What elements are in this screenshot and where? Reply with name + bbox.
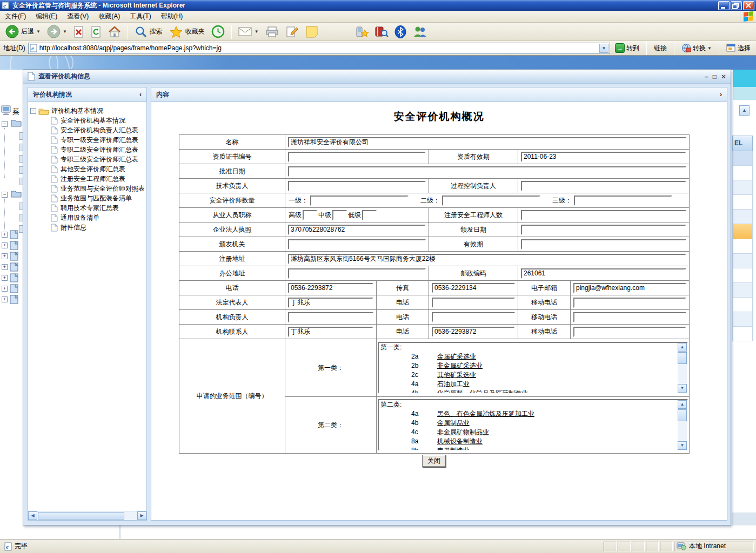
list-item[interactable]: 4a石油加工业: [379, 380, 677, 389]
menu-help[interactable]: 帮助(H): [156, 10, 188, 23]
tech-head-input[interactable]: [288, 181, 426, 191]
tree-expand-icon[interactable]: +: [2, 296, 8, 302]
menu-edit[interactable]: 编辑(E): [31, 10, 62, 23]
office-addr-input[interactable]: [288, 268, 426, 279]
close-button[interactable]: [743, 1, 754, 10]
address-input[interactable]: [39, 44, 597, 52]
scroll-down-button[interactable]: ▼: [678, 384, 687, 393]
issue-org-input[interactable]: [288, 239, 426, 249]
dialog-maximize-button[interactable]: □: [713, 73, 717, 80]
list-item[interactable]: 8a机械设备制造业: [379, 437, 677, 446]
tree-item[interactable]: 业务范围与匹配装备清单: [51, 193, 146, 203]
engineer-count-input[interactable]: [521, 210, 686, 220]
scroll-up-button[interactable]: ▲: [678, 400, 687, 409]
mail-button[interactable]: ▼: [236, 25, 261, 38]
address-dropdown-icon[interactable]: ▼: [599, 44, 608, 53]
history-button[interactable]: [209, 24, 227, 39]
list-item[interactable]: 4c非金属矿物制品业: [379, 428, 677, 437]
tree-root-node[interactable]: − 评价机构基本情况: [30, 106, 146, 116]
tree-expand-icon[interactable]: +: [2, 264, 8, 270]
list-item[interactable]: 2b非金属矿采选业: [379, 361, 677, 370]
level1-input[interactable]: [310, 195, 409, 206]
middle-input[interactable]: [332, 210, 347, 220]
restore-button[interactable]: [731, 1, 742, 10]
scroll-up-button[interactable]: ▲: [678, 343, 687, 352]
tree-collapse-icon[interactable]: −: [2, 192, 8, 198]
search-button[interactable]: 搜索: [132, 24, 165, 39]
vertical-scrollbar[interactable]: ▲ ▼: [678, 343, 687, 393]
license-input[interactable]: [288, 225, 426, 235]
scrollbar-thumb[interactable]: [38, 512, 124, 520]
forward-dropdown[interactable]: ▼: [63, 29, 67, 34]
list-item[interactable]: 4b化学原料、化学品及医药制造业: [379, 389, 677, 394]
list-item[interactable]: 4b金属制品业: [379, 419, 677, 428]
tree-item[interactable]: 专职一级安全评价师汇总表: [51, 135, 146, 145]
list-item[interactable]: 8b电器制造业: [379, 446, 677, 451]
category1-listbox[interactable]: 第一类: 2a金属矿采选业 2b非金属矿采选业 2c其他矿采选业 4a石油加工业…: [378, 342, 688, 394]
convert-button[interactable]: 转换 ▼: [679, 43, 714, 53]
process-head-input[interactable]: [521, 181, 686, 191]
category2-listbox[interactable]: 第二类: 4a黑色、有色金属冶炼及压延加工业 4b金属制品业 4c非金属矿物制品…: [378, 399, 688, 451]
org-contact-mobile-input[interactable]: [573, 327, 686, 337]
forward-button[interactable]: ▼: [45, 24, 69, 39]
scroll-down-button[interactable]: ▼: [678, 441, 687, 450]
tree-expand-icon[interactable]: +: [2, 242, 8, 248]
collapse-panel-icon[interactable]: ‹: [139, 91, 142, 98]
refresh-button[interactable]: [89, 24, 104, 39]
expand-panel-icon[interactable]: ›: [720, 91, 722, 98]
tree-expand-icon[interactable]: +: [2, 286, 8, 292]
cert-valid-input[interactable]: [521, 152, 686, 162]
scrollbar-thumb[interactable]: [678, 409, 687, 421]
stop-button[interactable]: [71, 24, 86, 39]
org-contact-phone-input[interactable]: [432, 327, 515, 337]
list-item[interactable]: 2c其他矿采选业: [379, 370, 677, 380]
home-button[interactable]: [106, 24, 123, 39]
horizontal-scrollbar[interactable]: ◀ ▶: [28, 511, 146, 520]
tree-item[interactable]: 附件信息: [51, 222, 146, 232]
research-book-icon[interactable]: [374, 25, 389, 39]
org-head-mobile-input[interactable]: [573, 312, 686, 322]
tree-item[interactable]: 聘用技术专家汇总表: [51, 203, 146, 213]
approve-date-input[interactable]: [288, 166, 686, 177]
tree-expand-icon[interactable]: +: [2, 275, 8, 281]
back-button[interactable]: 后退▼: [3, 24, 43, 39]
menu-file[interactable]: 文件(F): [0, 10, 31, 23]
convert-dropdown[interactable]: ▼: [707, 46, 712, 51]
tree-item[interactable]: 安全评价机构负责人汇总表: [51, 125, 146, 135]
scroll-left-button[interactable]: ◀: [28, 511, 37, 520]
org-head-input[interactable]: [288, 312, 373, 322]
print-button[interactable]: [263, 25, 282, 39]
level3-input[interactable]: [574, 195, 672, 206]
name-input[interactable]: [288, 137, 686, 147]
legal-rep-input[interactable]: [288, 298, 373, 308]
phone-input[interactable]: [288, 283, 373, 293]
tree-collapse-icon[interactable]: −: [2, 121, 8, 127]
tree-item[interactable]: 专职二级安全评价师汇总表: [51, 145, 146, 154]
tree-collapse-icon[interactable]: −: [30, 108, 36, 114]
scrollbar-thumb[interactable]: [678, 352, 687, 364]
mail-dropdown[interactable]: ▼: [255, 29, 259, 34]
dialog-close-button[interactable]: ✕: [721, 73, 726, 80]
tree-item[interactable]: 通用设备清单: [51, 213, 146, 222]
menu-tools[interactable]: 工具(T): [125, 10, 156, 23]
menu-view[interactable]: 查看(V): [62, 10, 93, 23]
tree-expand-icon[interactable]: +: [2, 232, 8, 238]
scroll-right-button[interactable]: ▶: [137, 511, 146, 520]
cert-no-input[interactable]: [288, 152, 426, 162]
note-button[interactable]: [303, 24, 320, 39]
junior-input[interactable]: [362, 210, 377, 220]
tree-expand-icon[interactable]: +: [2, 253, 8, 259]
list-item[interactable]: 4a黑色、有色金属冶炼及压延加工业: [379, 409, 677, 419]
vertical-scrollbar[interactable]: ▲ ▼: [678, 400, 687, 450]
favorites-button[interactable]: 收藏夹: [167, 24, 207, 39]
senior-input[interactable]: [303, 210, 317, 220]
back-dropdown[interactable]: ▼: [36, 29, 41, 34]
org-contact-input[interactable]: [288, 327, 373, 337]
tree-item[interactable]: 其他安全评价师汇总表: [51, 164, 146, 174]
zip-input[interactable]: [521, 268, 686, 279]
bluetooth-icon[interactable]: [394, 25, 407, 39]
select-button[interactable]: 选择: [724, 43, 753, 53]
close-form-button[interactable]: 关闭: [422, 455, 446, 467]
legal-rep-mobile-input[interactable]: [573, 298, 686, 308]
messenger-phone-icon[interactable]: [355, 25, 369, 39]
